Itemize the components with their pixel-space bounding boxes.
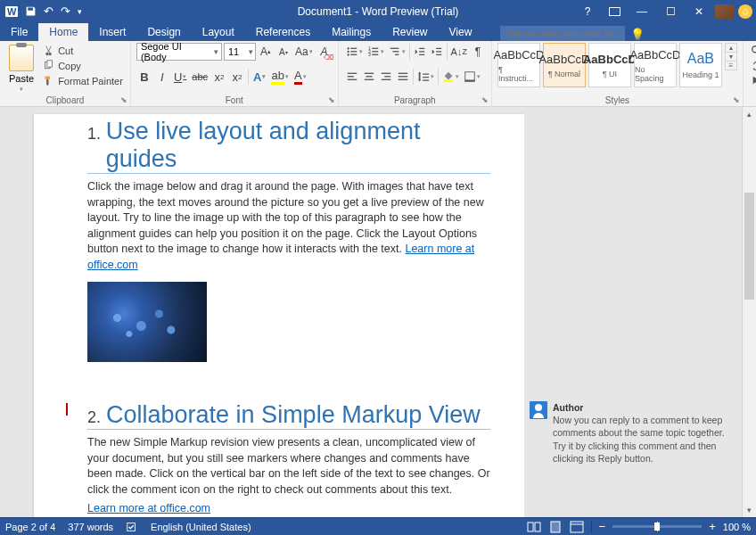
status-page[interactable]: Page 2 of 4 <box>5 522 55 532</box>
inline-image[interactable] <box>87 282 207 362</box>
paragraph-launcher-icon[interactable]: ⬊ <box>481 95 489 104</box>
status-proofing-icon[interactable] <box>126 521 138 533</box>
tab-view[interactable]: View <box>439 23 483 41</box>
style-heading1[interactable]: AaBHeading 1 <box>679 43 722 87</box>
bold-button[interactable]: B <box>136 68 152 86</box>
underline-button[interactable]: U <box>172 68 188 86</box>
help-icon[interactable]: ? <box>575 3 600 21</box>
justify-icon[interactable] <box>395 68 411 86</box>
bullets-icon[interactable] <box>344 43 365 61</box>
font-launcher-icon[interactable]: ⬊ <box>328 95 335 104</box>
tab-mailings[interactable]: Mailings <box>321 23 382 41</box>
minimize-icon[interactable]: — <box>629 3 654 21</box>
svg-rect-36 <box>535 523 540 531</box>
superscript-button[interactable]: x2 <box>229 68 245 86</box>
paste-button[interactable]: Paste ▾ <box>5 43 37 95</box>
svg-rect-37 <box>551 522 560 532</box>
format-painter-button[interactable]: Format Painter <box>41 73 125 88</box>
zoom-in-icon[interactable]: + <box>709 520 716 533</box>
italic-button[interactable]: I <box>154 68 170 86</box>
scroll-down-icon[interactable]: ▾ <box>743 503 756 517</box>
heading-1: 1. Use live layout and alignment guides <box>87 118 490 174</box>
tab-home[interactable]: Home <box>38 23 88 41</box>
tab-file[interactable]: File <box>0 23 38 41</box>
clipboard-launcher-icon[interactable]: ⬊ <box>120 95 127 104</box>
ribbon-display-icon[interactable] <box>609 7 620 16</box>
print-layout-icon[interactable] <box>548 521 563 533</box>
cut-button[interactable]: Cut <box>41 43 125 58</box>
sort-icon[interactable]: A↓Z <box>449 43 469 61</box>
style-normal[interactable]: AaBbCcD¶ Normal <box>543 43 586 87</box>
tab-review[interactable]: Review <box>382 23 438 41</box>
web-layout-icon[interactable] <box>570 521 584 533</box>
read-mode-icon[interactable] <box>527 521 541 533</box>
shading-icon[interactable] <box>440 68 461 86</box>
zoom-slider[interactable] <box>612 525 702 528</box>
undo-icon[interactable]: ↶ <box>44 4 53 18</box>
font-size-select[interactable]: 11 <box>224 43 256 61</box>
quick-access-toolbar: W ↶ ↷ ▾ <box>0 4 82 18</box>
copy-button[interactable]: Copy <box>41 58 125 73</box>
body-paragraph: Click the image below and drag it around… <box>87 179 490 273</box>
tell-me-input[interactable] <box>500 26 625 41</box>
show-marks-icon[interactable]: ¶ <box>470 43 486 61</box>
tab-design[interactable]: Design <box>136 23 191 41</box>
vertical-scrollbar[interactable]: ▴ ▾ <box>742 107 756 517</box>
scroll-track[interactable] <box>743 121 756 503</box>
font-family-select[interactable]: Segoe UI (Body <box>136 43 222 61</box>
revision-bar[interactable] <box>66 403 68 416</box>
status-word-count[interactable]: 377 words <box>68 522 113 532</box>
text-effects-icon[interactable]: A <box>251 68 267 86</box>
learn-more-link-2[interactable]: Learn more at office.com <box>87 502 210 514</box>
redo-icon[interactable]: ↷ <box>61 4 70 18</box>
close-icon[interactable]: ✕ <box>686 3 711 21</box>
tell-me-bulb-icon[interactable]: 💡 <box>630 28 645 41</box>
tab-references[interactable]: References <box>245 23 321 41</box>
align-right-icon[interactable] <box>378 68 394 86</box>
styles-launcher-icon[interactable]: ⬊ <box>733 95 740 104</box>
svg-rect-28 <box>398 79 407 80</box>
subscript-button[interactable]: x2 <box>211 68 227 86</box>
comment[interactable]: Author Now you can reply to a comment to… <box>530 401 731 465</box>
increase-indent-icon[interactable] <box>429 43 445 61</box>
style-ui[interactable]: AaBbCcD¶ UI <box>588 43 631 87</box>
highlight-icon[interactable]: ab <box>269 68 290 86</box>
save-icon[interactable] <box>25 5 37 17</box>
feedback-smiley-icon[interactable]: ☺ <box>738 4 752 19</box>
styles-down-icon[interactable]: ▾ <box>726 53 736 62</box>
borders-icon[interactable] <box>462 68 482 86</box>
change-case-icon[interactable]: Aa <box>293 43 315 61</box>
align-center-icon[interactable] <box>361 68 377 86</box>
line-spacing-icon[interactable] <box>415 68 436 86</box>
scroll-thumb[interactable] <box>744 193 754 300</box>
qat-customize-icon[interactable]: ▾ <box>78 7 82 16</box>
decrease-indent-icon[interactable] <box>412 43 428 61</box>
svg-rect-11 <box>372 51 378 52</box>
maximize-icon[interactable]: ☐ <box>658 3 683 21</box>
styles-up-icon[interactable]: ▴ <box>726 44 736 53</box>
tab-layout[interactable]: Layout <box>192 23 245 41</box>
multilevel-list-icon[interactable] <box>387 43 407 61</box>
tab-insert[interactable]: Insert <box>88 23 136 41</box>
clear-formatting-icon[interactable]: A⌫ <box>316 43 333 61</box>
status-language[interactable]: English (United States) <box>151 522 251 532</box>
scroll-up-icon[interactable]: ▴ <box>743 107 756 121</box>
styles-gallery-nav[interactable]: ▴▾≡ <box>725 43 737 70</box>
numbering-icon[interactable]: 123 <box>366 43 386 61</box>
style-no-spacing[interactable]: AaBbCcDNo Spacing <box>634 43 677 87</box>
font-color-icon[interactable]: A <box>292 68 308 86</box>
user-avatar[interactable] <box>715 4 735 19</box>
styles-more-icon[interactable]: ≡ <box>726 62 736 70</box>
decrease-font-icon[interactable]: A▾ <box>275 43 292 61</box>
select-button[interactable]: Select <box>749 73 756 88</box>
comment-text: Now you can reply to a comment to keep c… <box>553 414 731 465</box>
align-left-icon[interactable] <box>344 68 360 86</box>
document-scroll[interactable]: 1. Use live layout and alignment guides … <box>0 107 524 517</box>
increase-font-icon[interactable]: A▴ <box>258 43 274 61</box>
strikethrough-button[interactable]: abc <box>190 68 210 86</box>
zoom-level[interactable]: 100 % <box>723 522 751 532</box>
find-button[interactable]: Find <box>749 43 756 58</box>
zoom-out-icon[interactable]: − <box>599 520 606 533</box>
style-instructions[interactable]: AaBbCcD¶ Instructi... <box>497 43 540 87</box>
replace-button[interactable]: Replace <box>749 58 756 73</box>
